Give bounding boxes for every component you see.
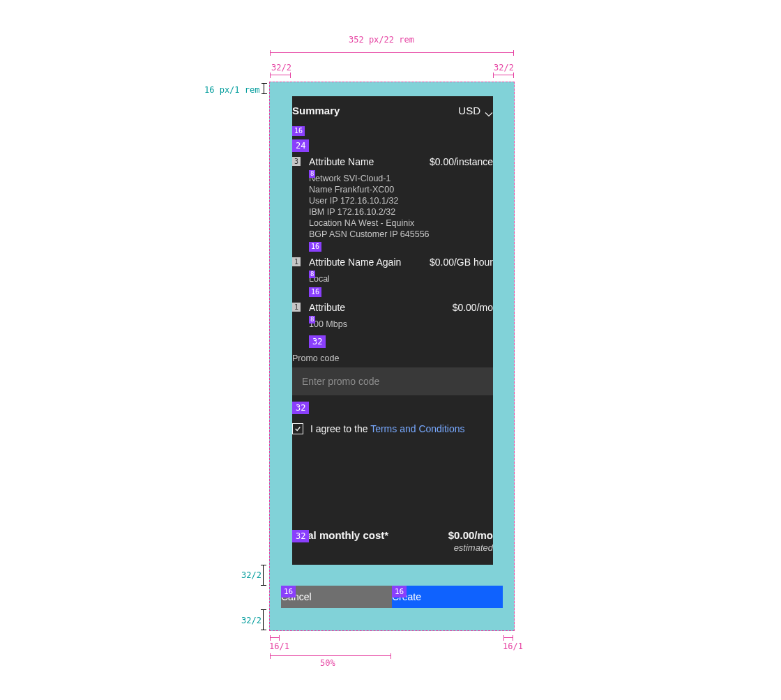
cancel-button[interactable]: 16 Cancel (281, 586, 392, 608)
detail-line: BGP ASN Customer IP 645556 (309, 229, 493, 240)
total-section: Total monthly cost* $0.00/mo estimated (292, 520, 493, 565)
spacing-tag-16: 16 (292, 126, 305, 136)
margin-bottom-a-bar (263, 565, 264, 586)
index-tag: 1 (292, 257, 301, 266)
pad-top-left-annotation: 32/2 (271, 63, 291, 73)
index-tag: 3 (292, 157, 301, 166)
currency-label: USD (458, 105, 480, 116)
spacing-tag-16: 16 (281, 586, 296, 598)
pad-top-right-bar (493, 75, 514, 75)
spacing-tag-16: 16 (309, 287, 321, 297)
pad-bottom-right-annotation: 16/1 (503, 641, 523, 651)
attribute-details: Network SVI-Cloud-1 Name Frankfurt-XC00 … (309, 173, 493, 240)
pad-top-left-bar (270, 75, 291, 75)
width-annotation: 352 px/22 rem (349, 35, 414, 45)
panel-header: Summary USD (292, 96, 493, 124)
spec-container: Summary USD 16 24 3 Attribute Name $0.00… (269, 82, 515, 631)
panel-title: Summary (292, 105, 340, 116)
spacing-tag-16: 16 (392, 586, 407, 598)
attribute-details: Local (309, 273, 493, 284)
attribute-name: Attribute Name (309, 156, 374, 167)
pad-bottom-left-annotation: 16/1 (269, 641, 289, 651)
detail-line: Name Frankfurt-XC00 (309, 184, 493, 195)
detail-line: User IP 172.16.10.1/32 (309, 195, 493, 206)
promo-input[interactable] (292, 367, 493, 395)
width-50-bar (270, 655, 391, 656)
detail-line: IBM IP 172.16.10.2/32 (309, 206, 493, 218)
spacing-tag-8: 8 (309, 170, 315, 178)
agree-prefix: I agree to the (310, 423, 370, 434)
spacing-tag-8: 8 (309, 271, 315, 278)
attribute-details: 100 Mbps (309, 319, 493, 330)
detail-line: Local (309, 273, 493, 284)
attribute-price: $0.00/GB hour (430, 257, 493, 268)
spacing-tag-32: 32 (292, 530, 309, 542)
margin-bottom-b-annotation: 32/2 (241, 616, 261, 625)
attribute-price: $0.00/instance (430, 156, 493, 167)
margin-bottom-a-annotation: 32/2 (241, 570, 261, 580)
detail-line: Location NA West - Equinix (309, 218, 493, 229)
terms-link[interactable]: Terms and Conditions (370, 423, 464, 434)
promo-label: Promo code (292, 353, 493, 363)
spacing-tag-32: 32 (292, 402, 309, 414)
detail-line: 100 Mbps (309, 319, 493, 330)
pad-bottom-left-bar (270, 637, 280, 638)
attribute-group-2: Attribute Name Again $0.00/GB hour 8 Loc… (292, 257, 493, 284)
width-50-annotation: 50% (320, 658, 335, 668)
chevron-down-icon (485, 107, 493, 113)
agree-text: I agree to the Terms and Conditions (310, 423, 465, 434)
spacing-tag-24: 24 (292, 139, 309, 152)
total-subtext: estimated (292, 542, 493, 553)
pad-top-right-annotation: 32/2 (494, 63, 514, 73)
attribute-group-1: Attribute Name $0.00/instance 8 Network … (292, 156, 493, 240)
spacing-tag-8: 8 (309, 316, 315, 324)
attribute-name: Attribute Name Again (309, 257, 401, 268)
attribute-price: $0.00/mo (453, 302, 493, 313)
total-price: $0.00/mo (448, 529, 493, 541)
button-row: 16 Cancel 16 Create (281, 586, 503, 608)
promo-section: Promo code (292, 353, 493, 395)
currency-selector[interactable]: USD (458, 105, 493, 116)
summary-panel: Summary USD 16 24 3 Attribute Name $0.00… (292, 96, 493, 565)
margin-bottom-b-bar (263, 609, 264, 630)
index-tag: 1 (292, 303, 301, 312)
spacing-tag-16: 16 (309, 242, 321, 252)
agree-checkbox[interactable] (292, 423, 303, 434)
width-measure-bar (270, 52, 514, 53)
height-annotation: 16 px/1 rem (204, 85, 259, 95)
attribute-name: Attribute (309, 302, 345, 313)
spacing-tag-32: 32 (309, 335, 326, 348)
attribute-group-3: Attribute $0.00/mo 8 100 Mbps (292, 302, 493, 330)
create-button[interactable]: 16 Create (392, 586, 503, 608)
agreement-row: I agree to the Terms and Conditions (292, 423, 493, 434)
detail-line: Network SVI-Cloud-1 (309, 173, 493, 184)
pad-bottom-right-bar (503, 637, 513, 638)
height-measure-bar (264, 83, 264, 94)
